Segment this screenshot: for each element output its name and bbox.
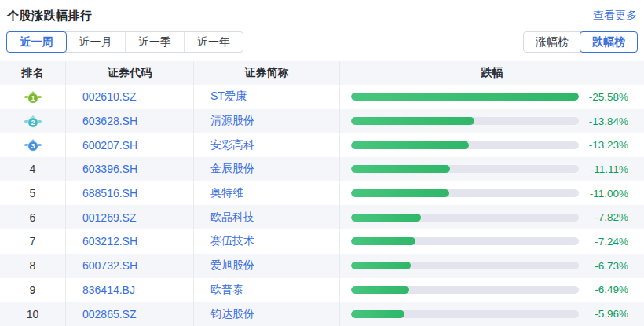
decline-percent: -6.49% <box>579 284 644 295</box>
decline-cell: -13.23% <box>340 133 644 157</box>
view-more-link[interactable]: 查看更多 <box>593 9 637 23</box>
stock-code-link[interactable]: 002610.SZ <box>82 90 137 103</box>
decline-cell: -7.24% <box>340 229 644 254</box>
decline-bar-fill <box>351 117 474 125</box>
decline-bar-fill <box>351 165 450 173</box>
ranking-table: 排名证券代码证券简称跌幅 1002610.SZST爱康-25.58%260362… <box>0 61 644 326</box>
decline-bar-track <box>351 237 579 245</box>
decline-bar-fill <box>351 286 409 294</box>
stock-name-link[interactable]: 奥特维 <box>210 186 243 200</box>
decline-cell: -5.96% <box>340 302 644 326</box>
board-tab-gainers[interactable]: 涨幅榜 <box>524 32 580 52</box>
decline-percent: -5.96% <box>579 308 644 320</box>
decline-bar-fill <box>351 189 449 197</box>
rank-number: 6 <box>0 211 65 224</box>
table-row: 3600207.SH安彩高科-13.23% <box>0 133 644 157</box>
stock-name-link[interactable]: 欧普泰 <box>210 283 243 297</box>
decline-bar-fill <box>351 214 421 222</box>
rank-cell: 7 <box>0 229 66 254</box>
table-header-row: 排名证券代码证券简称跌幅 <box>0 61 644 85</box>
decline-bar-track <box>351 189 579 197</box>
stock-name-link[interactable]: ST爱康 <box>210 90 247 104</box>
decline-bar-track <box>351 141 579 149</box>
rank-number: 7 <box>0 235 65 247</box>
decline-cell: -25.58% <box>340 85 644 109</box>
stock-code-link[interactable]: 603396.SH <box>82 163 137 175</box>
stock-name-link[interactable]: 钧达股份 <box>210 307 254 321</box>
decline-bar-fill <box>351 141 469 149</box>
decline-bar-track <box>351 214 579 222</box>
table-body: 1002610.SZST爱康-25.58%2603628.SH清源股份-13.8… <box>0 85 644 326</box>
stock-code-link[interactable]: 600732.SH <box>82 259 137 272</box>
rank-cell: 2 <box>0 109 66 134</box>
decline-percent: -13.84% <box>579 115 644 127</box>
stock-code-link[interactable]: 603212.SH <box>82 235 137 247</box>
rank-number: 5 <box>0 187 65 200</box>
stock-code-link[interactable]: 600207.SH <box>82 139 137 152</box>
stock-name-link[interactable]: 安彩高科 <box>210 138 254 152</box>
rank-cell: 4 <box>0 157 66 181</box>
decline-bar-fill <box>351 237 415 245</box>
decline-cell: -11.00% <box>340 181 644 206</box>
column-header-change: 跌幅 <box>340 66 644 80</box>
stock-code-link[interactable]: 002865.SZ <box>82 308 137 321</box>
rank-cell: 6 <box>0 205 66 229</box>
period-tab-month[interactable]: 近一月 <box>66 32 125 52</box>
filter-row: 近一周近一月近一季近一年 涨幅榜跌幅榜 <box>6 31 638 53</box>
column-header-code: 证券代码 <box>66 61 194 85</box>
stock-name-link[interactable]: 清源股份 <box>210 114 254 128</box>
page-title: 个股涨跌幅排行 <box>7 9 93 24</box>
stock-code-link[interactable]: 001269.SZ <box>82 211 137 224</box>
decline-cell: -11.11% <box>340 157 644 181</box>
table-row: 7603212.SH赛伍技术-7.24% <box>0 229 644 254</box>
svg-text:1: 1 <box>31 94 35 102</box>
period-tab-week[interactable]: 近一周 <box>6 31 67 53</box>
table-row: 8600732.SH爱旭股份-6.73% <box>0 254 644 278</box>
rank-cell: 5 <box>0 181 66 206</box>
stock-name-link[interactable]: 欧晶科技 <box>210 211 254 225</box>
period-tab-quarter[interactable]: 近一季 <box>125 32 184 52</box>
rank-cell: 8 <box>0 254 66 278</box>
table-row: 1002610.SZST爱康-25.58% <box>0 85 644 109</box>
period-tab-group: 近一周近一月近一季近一年 <box>6 31 243 53</box>
period-tab-year[interactable]: 近一年 <box>184 32 243 52</box>
rank-cell: 10 <box>0 302 66 326</box>
rank-cell: 9 <box>0 278 66 302</box>
svg-text:2: 2 <box>31 119 35 126</box>
table-row: 6001269.SZ欧晶科技-7.82% <box>0 205 644 229</box>
decline-cell: -7.82% <box>340 205 644 229</box>
decline-bar-track <box>351 310 579 318</box>
decline-bar-track <box>351 262 579 269</box>
stock-name-link[interactable]: 爱旭股份 <box>210 258 254 273</box>
decline-percent: -7.24% <box>579 236 644 247</box>
stock-name-link[interactable]: 金辰股份 <box>210 162 254 176</box>
table-row: 9836414.BJ欧普泰-6.49% <box>0 278 644 302</box>
decline-bar-track <box>351 165 579 173</box>
rank-number: 8 <box>0 259 65 272</box>
rank-number: 4 <box>0 163 65 175</box>
stock-code-link[interactable]: 603628.SH <box>82 115 137 127</box>
decline-cell: -6.73% <box>340 254 644 278</box>
stock-name-link[interactable]: 赛伍技术 <box>210 234 254 248</box>
table-row: 4603396.SH金辰股份-11.11% <box>0 157 644 181</box>
decline-percent: -11.00% <box>579 188 644 200</box>
decline-bar-track <box>351 117 579 125</box>
stock-code-link[interactable]: 688516.SH <box>82 187 137 200</box>
decline-bar-fill <box>351 262 411 269</box>
board-tab-group: 涨幅榜跌幅榜 <box>523 31 638 53</box>
decline-percent: -11.11% <box>579 163 644 175</box>
decline-bar-fill <box>351 93 579 101</box>
column-header-rank: 排名 <box>0 61 66 85</box>
rank-cell: 1 <box>0 85 66 109</box>
rank-cell: 3 <box>0 133 66 157</box>
stock-ranking-widget: 个股涨跌幅排行 查看更多 近一周近一月近一季近一年 涨幅榜跌幅榜 排名证券代码证… <box>0 0 644 326</box>
decline-bar-track <box>351 93 579 101</box>
board-tab-losers[interactable]: 跌幅榜 <box>580 31 638 53</box>
table-row: 2603628.SH清源股份-13.84% <box>0 109 644 134</box>
decline-percent: -25.58% <box>579 91 644 103</box>
table-row: 10002865.SZ钧达股份-5.96% <box>0 302 644 326</box>
decline-percent: -7.82% <box>579 211 644 223</box>
decline-bar-fill <box>351 310 404 318</box>
stock-code-link[interactable]: 836414.BJ <box>82 284 135 296</box>
decline-cell: -13.84% <box>340 109 644 134</box>
